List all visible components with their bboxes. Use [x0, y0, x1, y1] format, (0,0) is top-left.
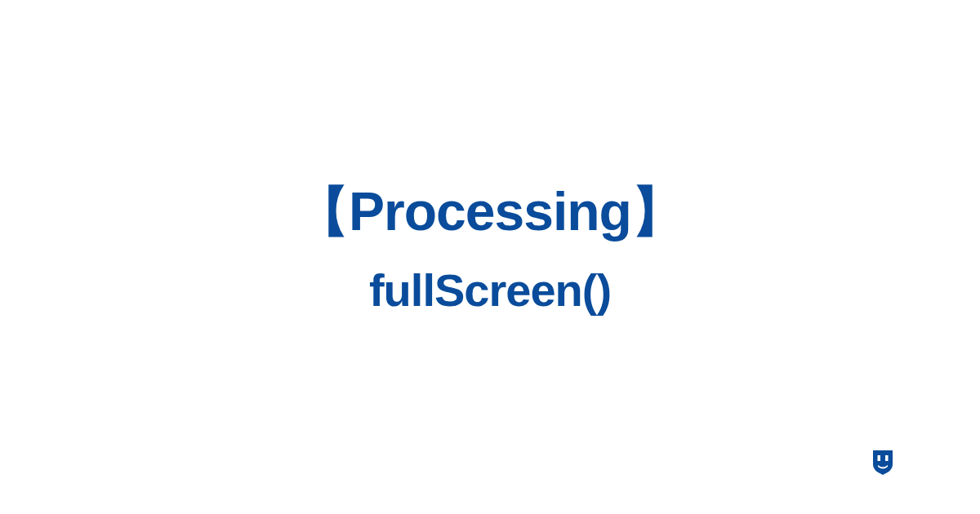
shield-face-icon: [871, 450, 894, 475]
svg-rect-0: [878, 455, 881, 461]
page-subtitle: fullScreen(): [0, 264, 980, 317]
brand-logo: [871, 450, 894, 475]
page-title: 【Processing】: [0, 175, 980, 249]
main-content: 【Processing】 fullScreen(): [0, 175, 980, 317]
svg-rect-1: [885, 455, 889, 461]
